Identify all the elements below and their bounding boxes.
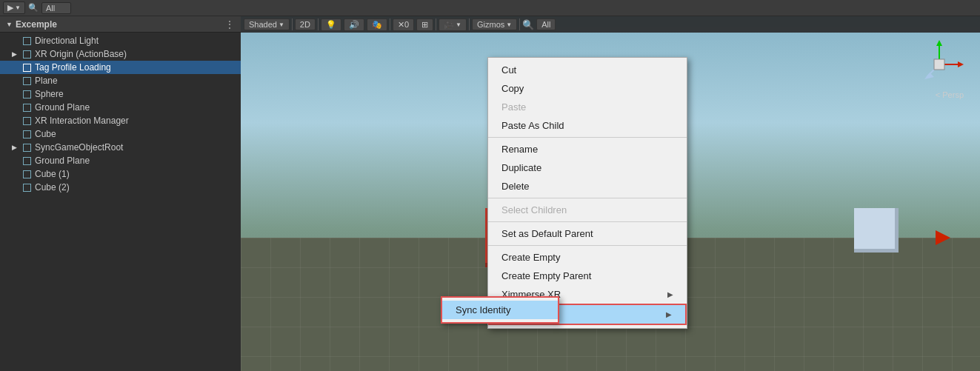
camera-button[interactable]: 🎥 ▼ bbox=[439, 19, 467, 31]
vp-separator bbox=[436, 19, 436, 30]
panel-menu-button[interactable]: ⋮ bbox=[224, 19, 235, 30]
list-item[interactable]: Ground Plane bbox=[0, 154, 241, 167]
cube-icon bbox=[21, 75, 33, 87]
context-menu-duplicate[interactable]: Duplicate bbox=[488, 158, 687, 177]
hierarchy-list: Directional Light ▶ XR Origin (ActionBas… bbox=[0, 33, 241, 371]
rename-label: Rename bbox=[501, 144, 538, 155]
cube-icon bbox=[21, 181, 33, 193]
vp-separator bbox=[519, 19, 520, 30]
lighting-button[interactable]: 💡 bbox=[321, 19, 341, 31]
audio-icon: 🔊 bbox=[349, 20, 359, 30]
cube-icon bbox=[21, 48, 33, 60]
vp-separator bbox=[469, 19, 470, 30]
cube-icon bbox=[21, 115, 33, 127]
duplicate-label: Duplicate bbox=[501, 162, 541, 173]
list-item[interactable]: Directional Light bbox=[0, 34, 241, 47]
cube-icon bbox=[21, 155, 33, 167]
main-area: ▼ Excemple ⋮ Directional Light ▶ XR Orig… bbox=[0, 16, 980, 371]
expand-icon: ▼ bbox=[6, 21, 13, 28]
cube-icon bbox=[21, 101, 33, 113]
chevron-down-icon: ▼ bbox=[506, 21, 512, 28]
list-item[interactable]: Ground Plane bbox=[0, 101, 241, 114]
effects-label: ✕0 bbox=[398, 20, 409, 30]
effects-button[interactable]: ✕0 bbox=[393, 19, 414, 31]
persp-label: < Persp bbox=[936, 90, 964, 99]
viewport-search[interactable]: All bbox=[536, 19, 556, 30]
shading-mode-button[interactable]: Shaded ▼ bbox=[244, 19, 290, 30]
item-label: Tag Profile Loading bbox=[35, 62, 238, 73]
context-menu-delete[interactable]: Delete bbox=[488, 177, 687, 195]
sync-identity-label: Sync Identity bbox=[456, 304, 510, 315]
grid-button[interactable]: ⊞ bbox=[416, 19, 433, 31]
audio-button[interactable]: 🔊 bbox=[344, 19, 364, 31]
separator bbox=[488, 198, 687, 198]
cut-label: Cut bbox=[501, 64, 516, 76]
list-item-selected[interactable]: Tag Profile Loading bbox=[0, 61, 241, 74]
list-item[interactable]: Cube bbox=[0, 127, 241, 141]
list-item[interactable]: Cube (1) bbox=[0, 167, 241, 181]
copy-label: Copy bbox=[501, 83, 524, 94]
context-menu-create-empty-parent[interactable]: Create Empty Parent bbox=[488, 267, 687, 285]
paste-label: Paste bbox=[501, 101, 526, 113]
search-icon: 🔍 bbox=[28, 3, 39, 13]
cube-icon bbox=[21, 128, 33, 140]
vp-separator bbox=[390, 19, 390, 30]
select-children-label: Select Children bbox=[501, 204, 567, 215]
item-label: Ground Plane bbox=[35, 156, 238, 166]
create-empty-label: Create Empty bbox=[501, 252, 560, 263]
cube-icon bbox=[21, 168, 33, 180]
context-menu: Cut Copy Paste Paste As Child Rename Dup… bbox=[487, 57, 687, 329]
set-default-parent-label: Set as Default Parent bbox=[501, 228, 593, 239]
list-item[interactable]: XR Interaction Manager bbox=[0, 114, 241, 127]
separator bbox=[488, 221, 687, 222]
list-item[interactable]: Cube (2) bbox=[0, 181, 241, 194]
2d-toggle-button[interactable]: 2D bbox=[295, 19, 316, 30]
vp-separator bbox=[292, 19, 293, 30]
list-item[interactable]: ▶ SyncGameObjectRoot bbox=[0, 141, 241, 154]
context-menu-set-default-parent[interactable]: Set as Default Parent bbox=[488, 224, 687, 243]
chevron-down-icon: ▼ bbox=[15, 4, 21, 11]
expand-arrow: ▶ bbox=[12, 144, 21, 151]
context-menu-paste-as-child[interactable]: Paste As Child bbox=[488, 116, 687, 135]
viewport-toolbar: Shaded ▼ 2D 💡 🔊 🎭 ✕0 ⊞ bbox=[241, 16, 980, 33]
context-menu-cut[interactable]: Cut bbox=[488, 61, 687, 79]
submenu-arrow: ▶ bbox=[667, 290, 673, 298]
delete-label: Delete bbox=[501, 181, 530, 192]
search-icon: 🔍 bbox=[522, 19, 534, 30]
submenu-sync-identity[interactable]: Sync Identity bbox=[442, 301, 558, 319]
list-item[interactable]: Plane bbox=[0, 74, 241, 87]
svg-marker-3 bbox=[958, 61, 964, 67]
white-cube bbox=[854, 208, 899, 253]
top-toolbar: ▶ ▼ 🔍 All bbox=[0, 0, 980, 16]
item-label: Directional Light bbox=[35, 36, 238, 46]
chevron-down-icon: ▼ bbox=[456, 21, 461, 28]
chevron-down-icon: ▼ bbox=[279, 21, 284, 28]
item-label: XR Interaction Manager bbox=[35, 116, 238, 126]
list-item[interactable]: Sphere bbox=[0, 87, 241, 101]
gizmos-label: Gizmos bbox=[477, 20, 504, 29]
context-menu-create-empty[interactable]: Create Empty bbox=[488, 248, 687, 267]
tinet-submenu: Sync Identity bbox=[441, 296, 559, 324]
play-button[interactable]: ▶ ▼ bbox=[3, 1, 25, 14]
item-label: Ground Plane bbox=[35, 102, 238, 113]
panel-header: ▼ Excemple ⋮ bbox=[0, 16, 241, 33]
viewport[interactable]: Shaded ▼ 2D 💡 🔊 🎭 ✕0 ⊞ bbox=[241, 16, 980, 371]
svg-rect-6 bbox=[934, 59, 944, 70]
search-input[interactable]: All bbox=[41, 2, 71, 14]
create-empty-parent-label: Create Empty Parent bbox=[501, 270, 591, 281]
context-menu-copy[interactable]: Copy bbox=[488, 79, 687, 98]
scene-gizmo bbox=[913, 39, 965, 90]
item-label: XR Origin (ActionBase) bbox=[35, 49, 238, 59]
list-item[interactable]: ▶ XR Origin (ActionBase) bbox=[0, 47, 241, 61]
item-label: Plane bbox=[35, 76, 238, 86]
context-menu-rename[interactable]: Rename bbox=[488, 140, 687, 158]
shading-label: Shaded bbox=[249, 20, 277, 29]
vp-separator bbox=[318, 19, 319, 30]
context-menu-select-children: Select Children bbox=[488, 201, 687, 219]
cube-icon bbox=[21, 61, 33, 73]
paste-as-child-label: Paste As Child bbox=[501, 120, 564, 131]
render-button[interactable]: 🎭 bbox=[367, 19, 387, 31]
gizmos-button[interactable]: Gizmos ▼ bbox=[472, 19, 517, 30]
camera-icon: 🎥 bbox=[444, 20, 454, 30]
item-label: Cube (2) bbox=[35, 182, 238, 193]
